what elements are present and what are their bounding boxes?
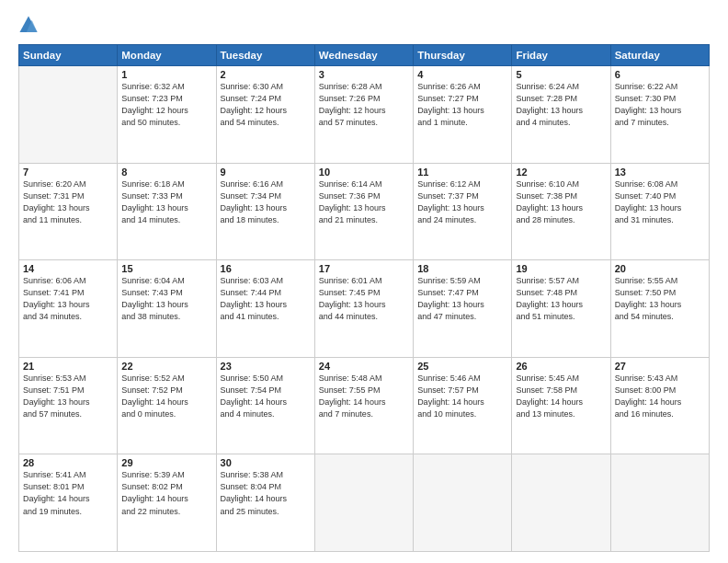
day-number: 3 (319, 69, 409, 80)
day-number: 8 (121, 167, 211, 178)
day-number: 27 (615, 361, 705, 372)
day-details: Sunrise: 6:14 AMSunset: 7:36 PMDaylight:… (319, 178, 409, 226)
day-details: Sunrise: 6:30 AMSunset: 7:24 PMDaylight:… (221, 81, 311, 129)
day-details: Sunrise: 6:06 AMSunset: 7:41 PMDaylight:… (23, 275, 113, 323)
day-details: Sunrise: 6:24 AMSunset: 7:28 PMDaylight:… (516, 81, 606, 129)
day-details: Sunrise: 5:55 AMSunset: 7:50 PMDaylight:… (615, 275, 705, 323)
day-number: 16 (221, 263, 311, 274)
day-details: Sunrise: 6:20 AMSunset: 7:31 PMDaylight:… (23, 178, 113, 226)
day-details: Sunrise: 6:16 AMSunset: 7:34 PMDaylight:… (221, 178, 311, 226)
logo-icon (18, 15, 39, 35)
day-number: 5 (516, 69, 606, 80)
logo (18, 15, 42, 35)
calendar-cell (314, 454, 413, 552)
day-number: 4 (417, 69, 507, 80)
calendar-cell (610, 454, 709, 552)
calendar-cell: 11Sunrise: 6:12 AMSunset: 7:37 PMDayligh… (414, 163, 512, 260)
day-number: 6 (615, 69, 705, 80)
day-details: Sunrise: 6:22 AMSunset: 7:30 PMDaylight:… (615, 81, 705, 129)
day-details: Sunrise: 6:03 AMSunset: 7:44 PMDaylight:… (221, 275, 311, 323)
calendar-day-header: Wednesday (314, 45, 413, 66)
calendar-cell: 20Sunrise: 5:55 AMSunset: 7:50 PMDayligh… (610, 260, 709, 358)
calendar-cell (19, 66, 118, 164)
calendar-cell: 28Sunrise: 5:41 AMSunset: 8:01 PMDayligh… (19, 454, 118, 552)
calendar-cell: 5Sunrise: 6:24 AMSunset: 7:28 PMDaylight… (512, 66, 610, 164)
calendar-cell: 23Sunrise: 5:50 AMSunset: 7:54 PMDayligh… (216, 357, 314, 454)
calendar-cell: 30Sunrise: 5:38 AMSunset: 8:04 PMDayligh… (216, 454, 314, 552)
day-number: 1 (121, 69, 211, 80)
day-details: Sunrise: 5:52 AMSunset: 7:52 PMDaylight:… (121, 373, 211, 420)
day-details: Sunrise: 6:28 AMSunset: 7:26 PMDaylight:… (319, 81, 409, 129)
calendar-week-row: 21Sunrise: 5:53 AMSunset: 7:51 PMDayligh… (19, 357, 710, 454)
day-number: 25 (417, 361, 507, 372)
calendar-cell: 21Sunrise: 5:53 AMSunset: 7:51 PMDayligh… (19, 357, 118, 454)
day-number: 22 (121, 361, 211, 372)
calendar-cell: 3Sunrise: 6:28 AMSunset: 7:26 PMDaylight… (314, 66, 413, 164)
calendar-cell: 4Sunrise: 6:26 AMSunset: 7:27 PMDaylight… (414, 66, 512, 164)
calendar-cell: 27Sunrise: 5:43 AMSunset: 8:00 PMDayligh… (610, 357, 709, 454)
calendar-week-row: 14Sunrise: 6:06 AMSunset: 7:41 PMDayligh… (19, 260, 710, 358)
calendar-cell: 26Sunrise: 5:45 AMSunset: 7:58 PMDayligh… (512, 357, 610, 454)
page: SundayMondayTuesdayWednesdayThursdayFrid… (0, 0, 728, 563)
day-number: 21 (23, 361, 113, 372)
day-details: Sunrise: 5:45 AMSunset: 7:58 PMDaylight:… (516, 373, 606, 420)
header (18, 15, 710, 35)
day-number: 11 (417, 167, 507, 178)
calendar-cell: 1Sunrise: 6:32 AMSunset: 7:23 PMDaylight… (118, 66, 216, 164)
day-number: 28 (23, 457, 113, 468)
calendar-week-row: 28Sunrise: 5:41 AMSunset: 8:01 PMDayligh… (19, 454, 710, 552)
day-details: Sunrise: 6:12 AMSunset: 7:37 PMDaylight:… (417, 178, 507, 226)
day-number: 7 (23, 167, 113, 178)
day-details: Sunrise: 5:46 AMSunset: 7:57 PMDaylight:… (417, 373, 507, 420)
day-number: 26 (516, 361, 606, 372)
calendar-day-header: Thursday (414, 45, 512, 66)
calendar-cell: 15Sunrise: 6:04 AMSunset: 7:43 PMDayligh… (118, 260, 216, 358)
day-number: 29 (121, 457, 211, 468)
day-number: 19 (516, 263, 606, 274)
day-number: 23 (221, 361, 311, 372)
day-number: 10 (319, 167, 409, 178)
calendar-cell: 8Sunrise: 6:18 AMSunset: 7:33 PMDaylight… (118, 163, 216, 260)
day-number: 18 (417, 263, 507, 274)
day-details: Sunrise: 5:50 AMSunset: 7:54 PMDaylight:… (221, 373, 311, 420)
day-details: Sunrise: 5:39 AMSunset: 8:02 PMDaylight:… (121, 469, 211, 517)
day-details: Sunrise: 6:26 AMSunset: 7:27 PMDaylight:… (417, 81, 507, 129)
calendar-cell: 25Sunrise: 5:46 AMSunset: 7:57 PMDayligh… (414, 357, 512, 454)
calendar-cell: 19Sunrise: 5:57 AMSunset: 7:48 PMDayligh… (512, 260, 610, 358)
calendar-cell: 12Sunrise: 6:10 AMSunset: 7:38 PMDayligh… (512, 163, 610, 260)
day-number: 2 (221, 69, 311, 80)
calendar-cell: 18Sunrise: 5:59 AMSunset: 7:47 PMDayligh… (414, 260, 512, 358)
calendar-cell: 22Sunrise: 5:52 AMSunset: 7:52 PMDayligh… (118, 357, 216, 454)
calendar-cell: 29Sunrise: 5:39 AMSunset: 8:02 PMDayligh… (118, 454, 216, 552)
day-number: 20 (615, 263, 705, 274)
calendar-cell: 13Sunrise: 6:08 AMSunset: 7:40 PMDayligh… (610, 163, 709, 260)
calendar-cell (414, 454, 512, 552)
day-number: 14 (23, 263, 113, 274)
day-details: Sunrise: 6:04 AMSunset: 7:43 PMDaylight:… (121, 275, 211, 323)
calendar-cell: 17Sunrise: 6:01 AMSunset: 7:45 PMDayligh… (314, 260, 413, 358)
calendar-table: SundayMondayTuesdayWednesdayThursdayFrid… (18, 44, 710, 552)
day-number: 12 (516, 167, 606, 178)
calendar-week-row: 1Sunrise: 6:32 AMSunset: 7:23 PMDaylight… (19, 66, 710, 164)
calendar-cell (512, 454, 610, 552)
calendar-day-header: Sunday (19, 45, 118, 66)
day-details: Sunrise: 5:57 AMSunset: 7:48 PMDaylight:… (516, 275, 606, 323)
day-details: Sunrise: 5:53 AMSunset: 7:51 PMDaylight:… (23, 373, 113, 420)
day-details: Sunrise: 5:43 AMSunset: 8:00 PMDaylight:… (615, 373, 705, 420)
day-number: 13 (615, 167, 705, 178)
calendar-cell: 10Sunrise: 6:14 AMSunset: 7:36 PMDayligh… (314, 163, 413, 260)
day-details: Sunrise: 5:59 AMSunset: 7:47 PMDaylight:… (417, 275, 507, 323)
day-details: Sunrise: 5:41 AMSunset: 8:01 PMDaylight:… (23, 469, 113, 517)
calendar-cell: 14Sunrise: 6:06 AMSunset: 7:41 PMDayligh… (19, 260, 118, 358)
calendar-day-header: Tuesday (216, 45, 314, 66)
day-details: Sunrise: 5:48 AMSunset: 7:55 PMDaylight:… (319, 373, 409, 420)
day-number: 17 (319, 263, 409, 274)
day-number: 30 (221, 457, 311, 468)
day-details: Sunrise: 5:38 AMSunset: 8:04 PMDaylight:… (221, 469, 311, 517)
calendar-day-header: Saturday (610, 45, 709, 66)
day-details: Sunrise: 6:32 AMSunset: 7:23 PMDaylight:… (121, 81, 211, 129)
calendar-cell: 9Sunrise: 6:16 AMSunset: 7:34 PMDaylight… (216, 163, 314, 260)
calendar-day-header: Friday (512, 45, 610, 66)
day-number: 15 (121, 263, 211, 274)
calendar-cell: 7Sunrise: 6:20 AMSunset: 7:31 PMDaylight… (19, 163, 118, 260)
